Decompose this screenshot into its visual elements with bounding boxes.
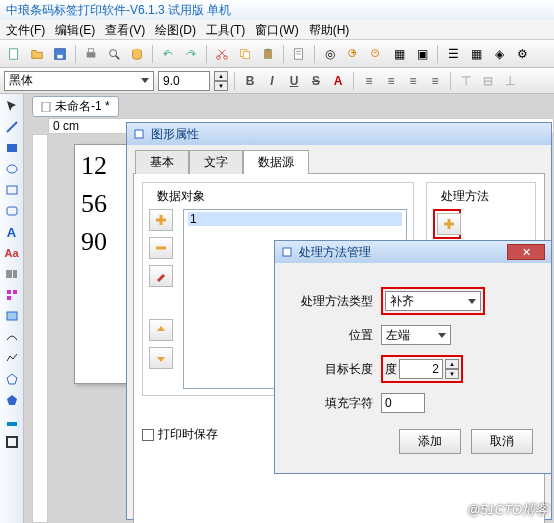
data-remove-button[interactable] [149,237,173,259]
svg-rect-4 [88,48,93,52]
stroke-color-icon[interactable] [2,432,22,452]
fill-color-icon[interactable] [2,411,22,431]
svg-rect-34 [7,312,17,320]
cut-icon[interactable] [212,44,232,64]
svg-rect-11 [243,51,249,58]
svg-rect-24 [7,186,17,194]
svg-text:-: - [373,47,377,57]
dialog-titlebar[interactable]: 处理方法管理 ✕ [275,241,551,263]
cancel-button[interactable]: 取消 [471,429,533,454]
zoom-all-icon[interactable]: ▦ [389,44,409,64]
type-select[interactable]: 补齐 [385,291,481,311]
target-length-spinner[interactable]: ▲▼ [445,359,459,379]
image-tool-icon[interactable] [2,306,22,326]
open-icon[interactable] [27,44,47,64]
svg-rect-33 [7,296,11,300]
underline-button[interactable]: U [285,72,303,90]
save-icon[interactable] [50,44,70,64]
align-justify-icon[interactable]: ≡ [426,72,444,90]
undo-icon[interactable] [158,44,178,64]
list-item[interactable]: 1 [188,212,402,226]
tab-basic[interactable]: 基本 [135,150,189,174]
valign-mid-icon[interactable]: ⊟ [479,72,497,90]
rect-tool-icon[interactable] [2,180,22,200]
fill-char-input[interactable] [381,393,425,413]
target-length-input[interactable] [399,359,443,379]
db-icon[interactable] [127,44,147,64]
copy-icon[interactable] [235,44,255,64]
polygon-tool-icon[interactable] [2,369,22,389]
font-name-select[interactable]: 黑体 [4,71,154,91]
strike-button[interactable]: S [307,72,325,90]
line-tool-icon[interactable] [2,117,22,137]
ellipse-tool-icon[interactable] [2,159,22,179]
dialog-icon [281,245,295,259]
document-tab[interactable]: 未命名-1 * [32,96,119,117]
align-left-icon[interactable]: ≡ [360,72,378,90]
proc-add-button[interactable] [437,213,461,235]
data-up-button[interactable] [149,319,173,341]
menu-edit[interactable]: 编辑(E) [55,22,95,37]
svg-rect-36 [7,422,17,426]
add-button[interactable]: 添加 [399,429,461,454]
zoom-out-icon[interactable]: - [366,44,386,64]
svg-rect-0 [10,48,18,59]
close-button[interactable]: ✕ [507,244,545,260]
watermark: @51CTO博客 [467,501,548,519]
bold-button[interactable]: B [241,72,259,90]
data-add-button[interactable] [149,209,173,231]
paste-icon[interactable] [258,44,278,64]
menu-view[interactable]: 查看(V) [105,22,145,37]
print-icon[interactable] [81,44,101,64]
rect-fill-tool-icon[interactable] [2,138,22,158]
font-size-spinner[interactable]: ▲▼ [214,71,228,91]
redo-icon[interactable] [181,44,201,64]
new-icon[interactable] [4,44,24,64]
menu-help[interactable]: 帮助(H) [309,22,350,37]
svg-rect-2 [57,54,62,58]
font-size-input[interactable]: 9.0 [158,71,210,91]
data-edit-button[interactable] [149,265,173,287]
doc-props-icon[interactable] [289,44,309,64]
dialog-titlebar[interactable]: 图形属性 [127,123,551,145]
richtext-tool-icon[interactable]: Aa [2,243,22,263]
barcode-tool-icon[interactable] [2,264,22,284]
menu-tools[interactable]: 工具(T) [206,22,245,37]
grid-icon[interactable]: ▦ [466,44,486,64]
zoom-sel-icon[interactable]: ▣ [412,44,432,64]
preview-icon[interactable] [104,44,124,64]
valign-bot-icon[interactable]: ⊥ [501,72,519,90]
position-label: 位置 [289,327,373,344]
qrcode-tool-icon[interactable] [2,285,22,305]
align-center-icon[interactable]: ≡ [382,72,400,90]
menu-file[interactable]: 文件(F) [6,22,45,37]
svg-point-35 [9,314,11,316]
dialog-title: 处理方法管理 [299,244,371,261]
generate-icon[interactable]: ⚙ [512,44,532,64]
polyline-tool-icon[interactable] [2,348,22,368]
zoom-fit-icon[interactable]: ◎ [320,44,340,64]
star-tool-icon[interactable] [2,390,22,410]
tab-datasource[interactable]: 数据源 [243,150,309,174]
align-icon[interactable]: ☰ [443,44,463,64]
menu-draw[interactable]: 绘图(D) [155,22,196,37]
italic-button[interactable]: I [263,72,281,90]
layers-icon[interactable]: ◈ [489,44,509,64]
dialog-icon [133,127,147,141]
align-right-icon[interactable]: ≡ [404,72,422,90]
svg-point-5 [110,49,117,56]
tab-text[interactable]: 文字 [189,150,243,174]
curve-tool-icon[interactable] [2,327,22,347]
svg-line-6 [116,55,120,59]
text-tool-icon[interactable]: A [2,222,22,242]
pointer-tool-icon[interactable] [2,96,22,116]
valign-top-icon[interactable]: ⊤ [457,72,475,90]
position-select[interactable]: 左端 [381,325,451,345]
format-a-button[interactable]: A [329,72,347,90]
svg-rect-38 [42,102,50,112]
data-down-button[interactable] [149,347,173,369]
zoom-in-icon[interactable]: + [343,44,363,64]
roundrect-tool-icon[interactable] [2,201,22,221]
svg-rect-32 [13,290,17,294]
menu-window[interactable]: 窗口(W) [255,22,298,37]
